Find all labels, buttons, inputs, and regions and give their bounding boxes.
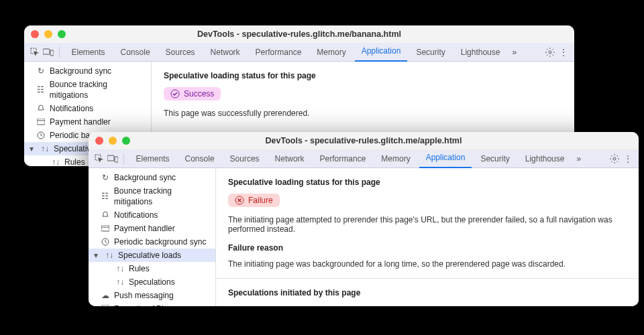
- sidebar-item-bounce-tracking[interactable]: ☷Bounce tracking mitigations: [89, 184, 215, 208]
- sidebar-item-speculations[interactable]: ↑↓Speculations: [89, 275, 215, 289]
- sidebar-item-label: Notifications: [50, 103, 93, 114]
- tab-sources[interactable]: Sources: [159, 43, 201, 62]
- kebab-icon[interactable]: ⋮: [558, 47, 569, 58]
- tab-network[interactable]: Network: [204, 43, 246, 62]
- tab-security[interactable]: Security: [474, 149, 516, 168]
- more-tabs-icon[interactable]: »: [509, 47, 520, 58]
- panel-content: ↻Background sync ☷Bounce tracking mitiga…: [89, 168, 639, 306]
- sidebar-item-background-sync[interactable]: ↻Background sync: [89, 171, 215, 184]
- bell-icon: [101, 210, 110, 220]
- svg-rect-4: [37, 119, 45, 125]
- zoom-button[interactable]: [122, 137, 130, 145]
- cross-circle-icon: [235, 196, 244, 205]
- sidebar-item-label: Rules: [129, 263, 150, 274]
- devtools-window-front: DevTools - speculative-rules.glitch.me/a…: [89, 132, 639, 306]
- more-tabs-icon[interactable]: »: [574, 153, 584, 164]
- doc-icon: [101, 304, 110, 306]
- application-sidebar: ↻Background sync ☷Bounce tracking mitiga…: [89, 168, 216, 306]
- refresh-icon: ↻: [36, 66, 46, 76]
- sidebar-item-label: Speculative loads: [118, 250, 181, 261]
- sidebar-item-periodic-sync[interactable]: Periodic background sync: [89, 235, 215, 249]
- tab-console[interactable]: Console: [178, 149, 221, 168]
- card-icon: [36, 117, 46, 127]
- sidebar-item-label: Background sync: [114, 172, 176, 183]
- tab-security[interactable]: Security: [410, 43, 451, 62]
- zoom-button[interactable]: [58, 30, 66, 38]
- divider: [123, 153, 124, 164]
- tab-performance[interactable]: Performance: [313, 149, 372, 168]
- tab-elements[interactable]: Elements: [129, 149, 176, 168]
- tab-memory[interactable]: Memory: [311, 43, 352, 62]
- svg-point-3: [549, 51, 551, 54]
- minimize-button[interactable]: [109, 137, 117, 145]
- close-button[interactable]: [31, 30, 39, 38]
- sidebar-item-reporting-api[interactable]: Reporting API: [89, 302, 215, 306]
- close-button[interactable]: [95, 137, 103, 145]
- sidebar-item-label: Payment handler: [114, 223, 175, 234]
- tab-console[interactable]: Console: [114, 43, 156, 62]
- initiated-heading: Speculations initiated by this page: [228, 288, 627, 297]
- cloud-icon: ☁: [101, 291, 110, 300]
- clock-icon: [101, 237, 110, 247]
- gear-icon[interactable]: [545, 47, 555, 58]
- inspect-icon[interactable]: [30, 47, 40, 58]
- sidebar-item-payment-handler[interactable]: Payment handler: [24, 115, 151, 129]
- sidebar-item-label: Background sync: [50, 66, 111, 76]
- divider: [59, 47, 60, 58]
- check-circle-icon: [170, 89, 180, 98]
- tab-network[interactable]: Network: [268, 149, 311, 168]
- titlebar: DevTools - speculative-rules.glitch.me/b…: [24, 25, 574, 43]
- failure-reason-heading: Failure reason: [228, 243, 627, 253]
- divider: [216, 278, 639, 279]
- sidebar-item-notifications[interactable]: Notifications: [89, 208, 215, 222]
- bell-icon: [36, 104, 46, 113]
- status-badge-label: Failure: [248, 196, 273, 205]
- sidebar-item-payment-handler[interactable]: Payment handler: [89, 222, 215, 235]
- sidebar-item-speculative-loads[interactable]: ▾↑↓Speculative loads: [89, 249, 215, 262]
- sidebar-item-rules[interactable]: ↑↓Rules: [89, 262, 215, 275]
- arrows-icon: ↑↓: [105, 251, 114, 260]
- status-description: The initiating page attempted to prerend…: [228, 215, 627, 234]
- sidebar-item-notifications[interactable]: Notifications: [24, 102, 151, 115]
- sidebar-item-push-messaging[interactable]: ☁Push messaging: [89, 289, 215, 302]
- chevron-down-icon: ▾: [94, 250, 101, 261]
- tab-application[interactable]: Application: [355, 42, 407, 62]
- devtools-tabbar: Elements Console Sources Network Perform…: [24, 43, 574, 62]
- tab-lighthouse[interactable]: Lighthouse: [519, 149, 571, 168]
- sidebar-item-label: Reporting API: [114, 304, 164, 306]
- tab-performance[interactable]: Performance: [249, 43, 308, 62]
- clock-icon: [36, 131, 46, 140]
- arrows-icon: ↑↓: [115, 264, 125, 273]
- svg-point-11: [613, 157, 616, 160]
- svg-rect-1: [43, 49, 50, 54]
- tab-elements[interactable]: Elements: [65, 43, 111, 62]
- svg-rect-15: [102, 305, 109, 306]
- window-title: DevTools - speculative-rules.glitch.me/b…: [31, 29, 568, 39]
- gear-icon[interactable]: [609, 153, 620, 164]
- device-icon[interactable]: [43, 47, 54, 58]
- tab-sources[interactable]: Sources: [223, 149, 266, 168]
- tab-memory[interactable]: Memory: [375, 149, 417, 168]
- sidebar-item-label: Periodic background sync: [114, 237, 206, 247]
- status-heading: Speculative loading status for this page: [164, 71, 562, 80]
- sidebar-item-background-sync[interactable]: ↻Background sync: [24, 64, 151, 78]
- traffic-lights: [31, 30, 66, 38]
- chevron-down-icon: ▾: [30, 143, 36, 154]
- inspect-icon[interactable]: [94, 153, 105, 164]
- failure-reason-description: The initiating page was backgrounded for…: [228, 259, 627, 269]
- sidebar-item-label: Bounce tracking mitigations: [50, 79, 147, 100]
- sidebar-item-label: Speculations: [129, 277, 175, 287]
- sidebar-item-bounce-tracking[interactable]: ☷Bounce tracking mitigations: [24, 78, 151, 102]
- refresh-icon: ↻: [101, 173, 110, 182]
- tab-lighthouse[interactable]: Lighthouse: [454, 43, 506, 62]
- minimize-button[interactable]: [44, 30, 52, 38]
- svg-rect-10: [115, 157, 118, 162]
- kebab-icon[interactable]: ⋮: [623, 153, 633, 164]
- tab-application[interactable]: Application: [419, 149, 472, 168]
- device-icon[interactable]: [107, 153, 118, 164]
- arrows-icon: ↑↓: [40, 144, 50, 153]
- sidebar-item-label: Notifications: [114, 210, 158, 220]
- svg-rect-9: [107, 155, 114, 161]
- svg-rect-12: [101, 225, 109, 231]
- arrows-icon: ↑↓: [115, 277, 125, 287]
